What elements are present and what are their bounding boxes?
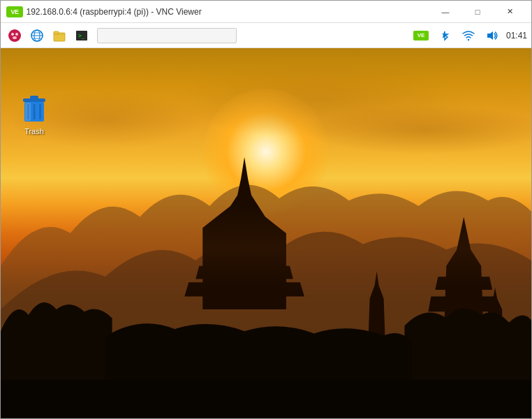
maximize-button[interactable]: □ xyxy=(461,1,494,23)
svg-point-1 xyxy=(11,33,14,36)
trash-icon-image xyxy=(20,94,48,125)
clock-display: 01:41 xyxy=(506,31,527,41)
window-controls: — □ ✕ xyxy=(429,1,526,23)
svg-point-2 xyxy=(15,33,18,36)
svg-point-13 xyxy=(468,38,469,40)
svg-point-3 xyxy=(13,36,17,39)
close-button[interactable]: ✕ xyxy=(494,1,526,23)
window-title: 192.168.0.6:4 (raspberrypi:4 (pi)) - VNC… xyxy=(26,7,429,17)
raspberry-pi-icon[interactable] xyxy=(5,26,24,45)
toolbar-left: >_ xyxy=(5,26,411,45)
trash-label: Trash xyxy=(24,127,44,136)
search-bar[interactable] xyxy=(97,28,237,43)
bluetooth-icon[interactable] xyxy=(435,26,455,45)
toolbar: >_ VE xyxy=(1,23,531,48)
svg-rect-23 xyxy=(25,103,31,121)
wifi-icon[interactable] xyxy=(459,26,478,45)
trash-desktop-icon[interactable]: Trash xyxy=(10,91,58,139)
svg-rect-18 xyxy=(30,96,38,99)
svg-rect-15 xyxy=(1,380,531,418)
volume-icon[interactable] xyxy=(482,26,502,45)
vnc-app-icon: VE xyxy=(6,6,23,17)
vnc-window: VE 192.168.0.6:4 (raspberrypi:4 (pi)) - … xyxy=(0,0,532,419)
browser-icon[interactable] xyxy=(27,26,47,45)
titlebar: VE 192.168.0.6:4 (raspberrypi:4 (pi)) - … xyxy=(1,1,531,23)
svg-rect-21 xyxy=(34,104,36,119)
svg-rect-16 xyxy=(1,206,531,293)
desktop: Trash xyxy=(1,48,531,418)
silhouette-scene xyxy=(1,48,531,418)
terminal-icon[interactable]: >_ xyxy=(72,26,91,45)
minimize-button[interactable]: — xyxy=(429,1,461,23)
svg-rect-22 xyxy=(39,104,41,119)
svg-point-0 xyxy=(8,29,21,42)
svg-marker-14 xyxy=(487,31,493,40)
svg-text:>_: >_ xyxy=(78,33,85,39)
svg-rect-10 xyxy=(54,31,59,34)
file-manager-icon[interactable] xyxy=(50,26,69,45)
toolbar-right: VE xyxy=(411,26,527,45)
vnc-tray-icon[interactable]: VE xyxy=(411,26,431,45)
